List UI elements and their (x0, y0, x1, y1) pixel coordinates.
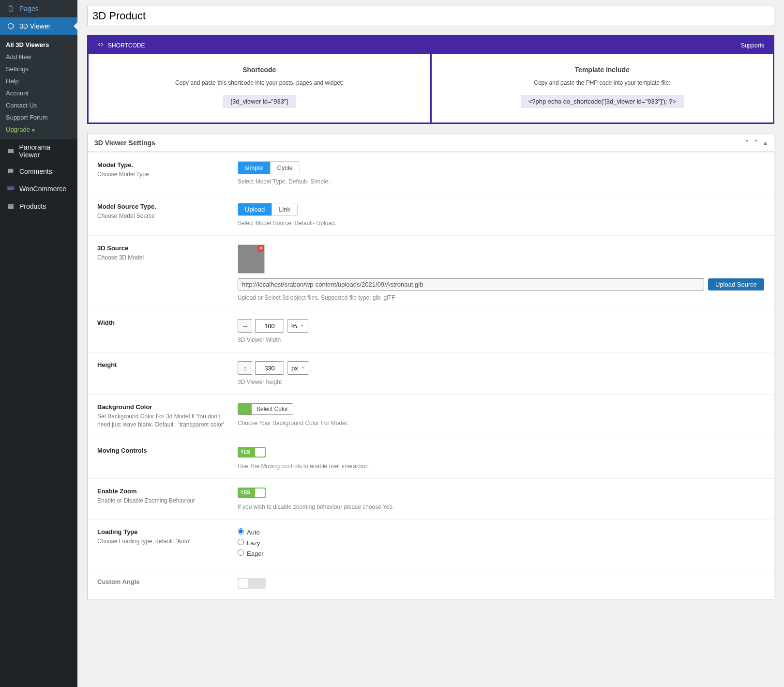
upload-source-button[interactable]: Upload Source (708, 278, 764, 290)
model-type-label: Model Type. (97, 161, 238, 168)
3d-source-sub: Choose 3D Model (97, 254, 238, 262)
shortcode-code[interactable]: [3d_viewer id="933"] (223, 95, 296, 108)
model-source-type-help: Select Model Source, Default- Upload. (238, 220, 764, 227)
model-source-upload[interactable]: Upload (238, 203, 271, 215)
shortcode-panel: SHORTCODE Supports Shortcode Copy and pa… (87, 35, 774, 124)
source-thumbnail: ✕ (238, 244, 265, 274)
sidebar-item-panorama[interactable]: Panorama Viewer (0, 139, 77, 163)
sidebar-sub-help[interactable]: Help (0, 75, 77, 87)
radio-eager-label: Eager (247, 550, 264, 557)
panel-down-icon[interactable]: ˅ (754, 139, 758, 147)
height-unit-select[interactable]: px (287, 361, 309, 375)
width-label: Width (97, 319, 238, 326)
panel-up-icon[interactable]: ˄ (745, 139, 749, 147)
shortcode-panel-header: SHORTCODE Supports (89, 36, 773, 54)
code-icon (97, 41, 104, 49)
title-wrap (87, 6, 774, 26)
settings-panel: 3D Viewer Settings ˄ ˅ ▴ Model Type. Cho… (87, 134, 774, 599)
model-source-type-label: Model Source Type. (97, 203, 238, 210)
width-help: 3D Viewer Width (238, 336, 764, 343)
width-input[interactable] (255, 319, 284, 333)
width-unit-select[interactable]: % (287, 319, 308, 333)
sidebar-item-3d-viewer[interactable]: 3D Viewer (0, 17, 77, 35)
sidebar-subitems: All 3D Viewers Add New Settings Help Acc… (0, 35, 77, 139)
3d-source-label: 3D Source (97, 244, 238, 252)
row-custom-angle: Custom Angle (88, 569, 774, 599)
shortcode-desc: Copy and paste this shortcode into your … (94, 79, 424, 86)
template-code[interactable]: <?php echo do_shortcode('[3d_viewer id="… (521, 95, 684, 108)
model-type-cycle[interactable]: Cycle (270, 162, 300, 174)
height-input[interactable] (255, 361, 284, 375)
radio-lazy-label: Lazy (247, 539, 260, 547)
row-moving-controls: Moving Controls YES Use The Moving contr… (88, 438, 774, 478)
loading-type-auto[interactable]: Auto (238, 528, 764, 536)
post-title-input[interactable] (87, 6, 774, 26)
height-label: Height (97, 361, 238, 368)
shortcode-title: Shortcode (94, 66, 424, 74)
model-source-type-sub: Choose Model Source (97, 212, 238, 220)
sidebar-sub-add-new[interactable]: Add New (0, 51, 77, 63)
radio-lazy[interactable] (238, 539, 244, 545)
sidebar-sub-account[interactable]: Account (0, 87, 77, 99)
enable-zoom-help: If you wish to disable zooming behaviour… (238, 504, 764, 510)
sidebar-sub-upgrade[interactable]: Upgrade (0, 123, 77, 136)
row-enable-zoom: Enable Zoom Enable or Disable Zooming Be… (88, 478, 774, 519)
source-url-input[interactable] (238, 278, 704, 290)
admin-sidebar: Pages 3D Viewer All 3D Viewers Add New S… (0, 0, 77, 687)
height-icon: ↕ (238, 361, 252, 375)
custom-angle-toggle[interactable] (238, 578, 266, 589)
shortcode-header-label: SHORTCODE (108, 42, 145, 49)
sidebar-item-label: Pages (19, 5, 39, 13)
row-model-type: Model Type. Choose Model Type simple Cyc… (88, 152, 774, 194)
model-source-link[interactable]: Link (271, 203, 297, 215)
loading-type-label: Loading Type (97, 528, 238, 535)
3d-source-help: Upload or Select 3d object files. Suppor… (238, 294, 764, 301)
moving-controls-help: Use The Moving controls to enable user i… (238, 463, 764, 470)
remove-source-icon[interactable]: ✕ (257, 245, 264, 252)
products-icon (6, 201, 15, 211)
width-icon: ↔ (238, 319, 252, 333)
radio-auto[interactable] (238, 528, 244, 534)
panorama-icon (6, 146, 15, 156)
row-width: Width ↔ % 3D Viewer Width (88, 310, 774, 352)
sidebar-sub-settings[interactable]: Settings (0, 63, 77, 75)
height-help: 3D Viewer height (238, 379, 764, 385)
toggle-knob (255, 489, 265, 497)
row-loading-type: Loading Type Choose Loading type, defaul… (88, 519, 774, 569)
moving-controls-toggle[interactable]: YES (238, 447, 266, 458)
loading-type-eager[interactable]: Eager (238, 550, 764, 557)
sidebar-sub-all-viewers[interactable]: All 3D Viewers (0, 39, 77, 51)
model-type-simple[interactable]: simple (238, 162, 270, 174)
sidebar-item-woocommerce[interactable]: woo WooCommerce (0, 180, 77, 198)
sidebar-item-label: Panorama Viewer (19, 143, 72, 159)
toggle-knob (239, 579, 248, 588)
model-type-buttons: simple Cycle (238, 161, 300, 174)
color-picker[interactable]: Select Color (238, 403, 293, 415)
model-source-type-buttons: Upload Link (238, 203, 298, 216)
color-swatch (238, 404, 252, 414)
model-type-sub: Choose Model Type (97, 170, 238, 179)
custom-angle-label: Custom Angle (97, 578, 238, 585)
loading-type-radios: Auto Lazy Eager (238, 528, 764, 557)
sidebar-item-pages[interactable]: Pages (0, 0, 77, 17)
panel-toggle-icon[interactable]: ▴ (764, 139, 767, 147)
loading-type-sub: Choose Loading type, default: 'Auto' (97, 537, 238, 546)
radio-eager[interactable] (238, 550, 244, 556)
cube-icon (6, 21, 15, 31)
enable-zoom-toggle[interactable]: YES (238, 488, 266, 498)
sidebar-sub-support[interactable]: Support Forum (0, 111, 77, 123)
row-model-source-type: Model Source Type. Choose Model Source U… (88, 194, 774, 235)
settings-panel-title: 3D Viewer Settings (94, 139, 155, 147)
bg-color-label: Background Color (97, 403, 238, 411)
radio-auto-label: Auto (247, 529, 260, 536)
template-col: Template Include Copy and paste the PHP … (430, 54, 773, 122)
row-height: Height ↕ px 3D Viewer height (88, 352, 774, 394)
supports-link[interactable]: Supports (741, 42, 764, 49)
enable-zoom-sub: Enable or Disable Zooming Behaviour (97, 497, 238, 505)
loading-type-lazy[interactable]: Lazy (238, 539, 764, 547)
sidebar-item-products[interactable]: Products (0, 198, 77, 215)
sidebar-sub-contact[interactable]: Contact Us (0, 99, 77, 111)
settings-panel-header: 3D Viewer Settings ˄ ˅ ▴ (88, 134, 774, 152)
toggle-yes-label: YES (241, 447, 250, 458)
sidebar-item-comments[interactable]: Comments (0, 163, 77, 180)
